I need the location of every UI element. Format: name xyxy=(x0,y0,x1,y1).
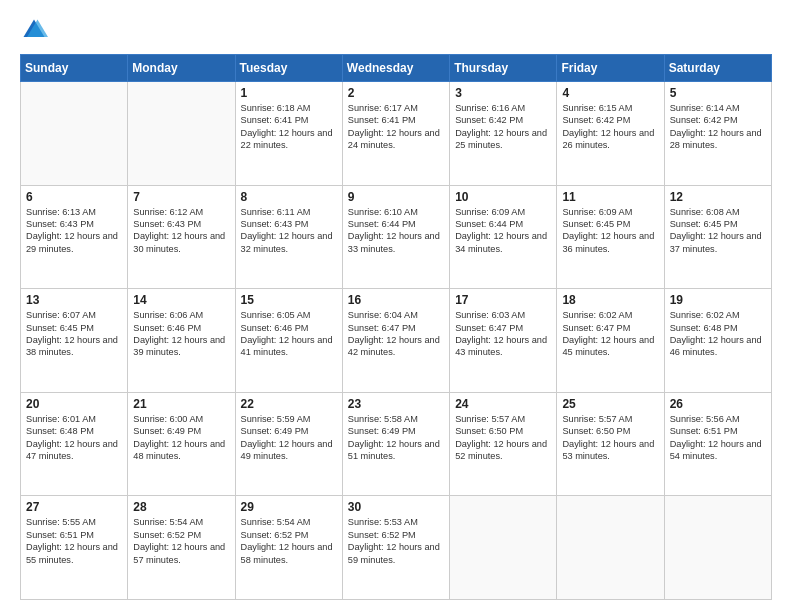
calendar-cell xyxy=(557,496,664,600)
weekday-header: Monday xyxy=(128,55,235,82)
cell-text: Sunrise: 6:02 AMSunset: 6:48 PMDaylight:… xyxy=(670,310,762,357)
logo-icon xyxy=(20,16,48,44)
day-number: 2 xyxy=(348,86,444,100)
cell-text: Sunrise: 5:54 AMSunset: 6:52 PMDaylight:… xyxy=(133,517,225,564)
cell-text: Sunrise: 6:16 AMSunset: 6:42 PMDaylight:… xyxy=(455,103,547,150)
cell-text: Sunrise: 6:14 AMSunset: 6:42 PMDaylight:… xyxy=(670,103,762,150)
cell-text: Sunrise: 5:56 AMSunset: 6:51 PMDaylight:… xyxy=(670,414,762,461)
calendar-cell: 3Sunrise: 6:16 AMSunset: 6:42 PMDaylight… xyxy=(450,82,557,186)
day-number: 27 xyxy=(26,500,122,514)
calendar-cell: 24Sunrise: 5:57 AMSunset: 6:50 PMDayligh… xyxy=(450,392,557,496)
day-number: 19 xyxy=(670,293,766,307)
day-number: 26 xyxy=(670,397,766,411)
calendar-cell: 8Sunrise: 6:11 AMSunset: 6:43 PMDaylight… xyxy=(235,185,342,289)
weekday-header: Thursday xyxy=(450,55,557,82)
calendar-cell xyxy=(664,496,771,600)
calendar-cell: 26Sunrise: 5:56 AMSunset: 6:51 PMDayligh… xyxy=(664,392,771,496)
calendar-cell: 10Sunrise: 6:09 AMSunset: 6:44 PMDayligh… xyxy=(450,185,557,289)
day-number: 20 xyxy=(26,397,122,411)
calendar-week-row: 13Sunrise: 6:07 AMSunset: 6:45 PMDayligh… xyxy=(21,289,772,393)
cell-text: Sunrise: 5:57 AMSunset: 6:50 PMDaylight:… xyxy=(455,414,547,461)
day-number: 29 xyxy=(241,500,337,514)
calendar-cell: 2Sunrise: 6:17 AMSunset: 6:41 PMDaylight… xyxy=(342,82,449,186)
calendar-cell: 5Sunrise: 6:14 AMSunset: 6:42 PMDaylight… xyxy=(664,82,771,186)
day-number: 30 xyxy=(348,500,444,514)
calendar-cell: 9Sunrise: 6:10 AMSunset: 6:44 PMDaylight… xyxy=(342,185,449,289)
calendar-table: SundayMondayTuesdayWednesdayThursdayFrid… xyxy=(20,54,772,600)
calendar-cell: 25Sunrise: 5:57 AMSunset: 6:50 PMDayligh… xyxy=(557,392,664,496)
day-number: 22 xyxy=(241,397,337,411)
day-number: 12 xyxy=(670,190,766,204)
weekday-header: Saturday xyxy=(664,55,771,82)
day-number: 18 xyxy=(562,293,658,307)
calendar-cell: 27Sunrise: 5:55 AMSunset: 6:51 PMDayligh… xyxy=(21,496,128,600)
calendar-cell: 16Sunrise: 6:04 AMSunset: 6:47 PMDayligh… xyxy=(342,289,449,393)
calendar-cell xyxy=(128,82,235,186)
cell-text: Sunrise: 5:53 AMSunset: 6:52 PMDaylight:… xyxy=(348,517,440,564)
calendar-cell: 6Sunrise: 6:13 AMSunset: 6:43 PMDaylight… xyxy=(21,185,128,289)
day-number: 21 xyxy=(133,397,229,411)
calendar-cell: 11Sunrise: 6:09 AMSunset: 6:45 PMDayligh… xyxy=(557,185,664,289)
cell-text: Sunrise: 6:13 AMSunset: 6:43 PMDaylight:… xyxy=(26,207,118,254)
calendar-cell: 19Sunrise: 6:02 AMSunset: 6:48 PMDayligh… xyxy=(664,289,771,393)
calendar-week-row: 27Sunrise: 5:55 AMSunset: 6:51 PMDayligh… xyxy=(21,496,772,600)
day-number: 6 xyxy=(26,190,122,204)
header xyxy=(20,16,772,44)
calendar-week-row: 20Sunrise: 6:01 AMSunset: 6:48 PMDayligh… xyxy=(21,392,772,496)
calendar-cell xyxy=(21,82,128,186)
day-number: 7 xyxy=(133,190,229,204)
page: SundayMondayTuesdayWednesdayThursdayFrid… xyxy=(0,0,792,612)
day-number: 17 xyxy=(455,293,551,307)
calendar-cell: 29Sunrise: 5:54 AMSunset: 6:52 PMDayligh… xyxy=(235,496,342,600)
cell-text: Sunrise: 6:09 AMSunset: 6:44 PMDaylight:… xyxy=(455,207,547,254)
calendar-cell: 13Sunrise: 6:07 AMSunset: 6:45 PMDayligh… xyxy=(21,289,128,393)
day-number: 3 xyxy=(455,86,551,100)
cell-text: Sunrise: 6:03 AMSunset: 6:47 PMDaylight:… xyxy=(455,310,547,357)
cell-text: Sunrise: 6:11 AMSunset: 6:43 PMDaylight:… xyxy=(241,207,333,254)
cell-text: Sunrise: 6:06 AMSunset: 6:46 PMDaylight:… xyxy=(133,310,225,357)
day-number: 23 xyxy=(348,397,444,411)
calendar-cell: 14Sunrise: 6:06 AMSunset: 6:46 PMDayligh… xyxy=(128,289,235,393)
calendar-cell: 12Sunrise: 6:08 AMSunset: 6:45 PMDayligh… xyxy=(664,185,771,289)
calendar-header-row: SundayMondayTuesdayWednesdayThursdayFrid… xyxy=(21,55,772,82)
day-number: 11 xyxy=(562,190,658,204)
day-number: 14 xyxy=(133,293,229,307)
cell-text: Sunrise: 6:05 AMSunset: 6:46 PMDaylight:… xyxy=(241,310,333,357)
cell-text: Sunrise: 5:58 AMSunset: 6:49 PMDaylight:… xyxy=(348,414,440,461)
cell-text: Sunrise: 6:09 AMSunset: 6:45 PMDaylight:… xyxy=(562,207,654,254)
calendar-cell: 28Sunrise: 5:54 AMSunset: 6:52 PMDayligh… xyxy=(128,496,235,600)
cell-text: Sunrise: 6:10 AMSunset: 6:44 PMDaylight:… xyxy=(348,207,440,254)
day-number: 8 xyxy=(241,190,337,204)
cell-text: Sunrise: 6:00 AMSunset: 6:49 PMDaylight:… xyxy=(133,414,225,461)
weekday-header: Wednesday xyxy=(342,55,449,82)
cell-text: Sunrise: 6:08 AMSunset: 6:45 PMDaylight:… xyxy=(670,207,762,254)
weekday-header: Friday xyxy=(557,55,664,82)
calendar-cell xyxy=(450,496,557,600)
day-number: 4 xyxy=(562,86,658,100)
day-number: 13 xyxy=(26,293,122,307)
cell-text: Sunrise: 5:54 AMSunset: 6:52 PMDaylight:… xyxy=(241,517,333,564)
weekday-header: Tuesday xyxy=(235,55,342,82)
cell-text: Sunrise: 6:02 AMSunset: 6:47 PMDaylight:… xyxy=(562,310,654,357)
calendar-cell: 22Sunrise: 5:59 AMSunset: 6:49 PMDayligh… xyxy=(235,392,342,496)
calendar-cell: 15Sunrise: 6:05 AMSunset: 6:46 PMDayligh… xyxy=(235,289,342,393)
cell-text: Sunrise: 6:04 AMSunset: 6:47 PMDaylight:… xyxy=(348,310,440,357)
calendar-cell: 21Sunrise: 6:00 AMSunset: 6:49 PMDayligh… xyxy=(128,392,235,496)
day-number: 10 xyxy=(455,190,551,204)
calendar-cell: 30Sunrise: 5:53 AMSunset: 6:52 PMDayligh… xyxy=(342,496,449,600)
calendar-cell: 4Sunrise: 6:15 AMSunset: 6:42 PMDaylight… xyxy=(557,82,664,186)
logo xyxy=(20,16,52,44)
weekday-header: Sunday xyxy=(21,55,128,82)
day-number: 5 xyxy=(670,86,766,100)
calendar-cell: 1Sunrise: 6:18 AMSunset: 6:41 PMDaylight… xyxy=(235,82,342,186)
day-number: 15 xyxy=(241,293,337,307)
cell-text: Sunrise: 6:12 AMSunset: 6:43 PMDaylight:… xyxy=(133,207,225,254)
calendar-cell: 18Sunrise: 6:02 AMSunset: 6:47 PMDayligh… xyxy=(557,289,664,393)
calendar-week-row: 1Sunrise: 6:18 AMSunset: 6:41 PMDaylight… xyxy=(21,82,772,186)
cell-text: Sunrise: 5:59 AMSunset: 6:49 PMDaylight:… xyxy=(241,414,333,461)
cell-text: Sunrise: 5:55 AMSunset: 6:51 PMDaylight:… xyxy=(26,517,118,564)
day-number: 1 xyxy=(241,86,337,100)
calendar-cell: 20Sunrise: 6:01 AMSunset: 6:48 PMDayligh… xyxy=(21,392,128,496)
cell-text: Sunrise: 6:17 AMSunset: 6:41 PMDaylight:… xyxy=(348,103,440,150)
cell-text: Sunrise: 6:01 AMSunset: 6:48 PMDaylight:… xyxy=(26,414,118,461)
